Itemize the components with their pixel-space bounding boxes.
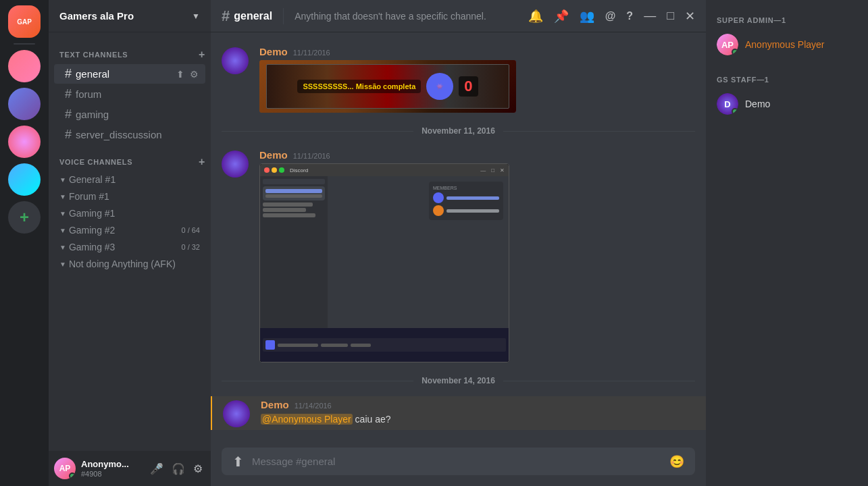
- member-status-indicator: [732, 108, 738, 115]
- message-content: Demo 11/11/2016 SSSSSSSSS... Missão comp…: [259, 46, 695, 113]
- member-name: Anonymous Player: [745, 39, 825, 50]
- hash-icon: #: [222, 7, 230, 25]
- emoji-icon[interactable]: 😊: [667, 449, 687, 475]
- text-channels-section[interactable]: TEXT CHANNELS +: [49, 38, 211, 63]
- status-indicator: [69, 473, 76, 479]
- screenshot-title-bar: Discord —□✕: [260, 164, 509, 176]
- message-content: Demo 11/14/2016 @Anonymous Player caiu a…: [261, 399, 695, 427]
- server-icon-4[interactable]: [8, 163, 41, 196]
- voice-channel-general1[interactable]: ▼ General #1: [54, 171, 205, 188]
- username: Anonymo...: [81, 459, 142, 470]
- minimize-icon[interactable]: —: [644, 9, 656, 23]
- bell-icon[interactable]: 🔔: [528, 9, 543, 24]
- channel-item-server-disscussion[interactable]: # server_disscussion: [54, 125, 205, 144]
- upload-icon[interactable]: ⬆: [175, 68, 186, 81]
- chevron-down-icon: ▼: [192, 11, 200, 21]
- collapse-icon: ▼: [59, 227, 66, 234]
- user-controls: 🎤 🎧 ⚙: [147, 460, 205, 478]
- user-settings-icon[interactable]: ⚙: [190, 460, 205, 478]
- voice-channel-afk[interactable]: ▼ Not doing Anything (AFK): [54, 256, 205, 272]
- message-avatar: [222, 151, 249, 178]
- voice-channel-gaming3[interactable]: ▼ Gaming #3 0 / 32: [54, 239, 205, 255]
- server-header[interactable]: Gamers ala Pro ▼: [49, 0, 211, 32]
- table-row: Demo 11/14/2016 @Anonymous Player caiu a…: [211, 396, 706, 430]
- message-content: Demo 11/11/2016 Discord: [259, 149, 695, 362]
- voice-channel-name: Not doing Anything (AFK): [69, 259, 176, 269]
- collapse-icon: ▼: [59, 210, 66, 217]
- hash-icon: #: [65, 128, 72, 142]
- user-discriminator: #4908: [81, 470, 142, 478]
- microphone-icon[interactable]: 🎤: [147, 460, 166, 478]
- message-body: caiu ae?: [355, 414, 391, 425]
- message-avatar: [223, 400, 250, 427]
- help-icon[interactable]: ?: [626, 10, 633, 22]
- add-voice-channel-button[interactable]: +: [199, 156, 205, 168]
- message-avatar: [222, 47, 249, 74]
- message-timestamp: 11/14/2016: [295, 402, 332, 410]
- message-text: @Anonymous Player caiu ae?: [261, 413, 695, 427]
- members-icon[interactable]: 👥: [580, 9, 594, 24]
- header-divider: [283, 8, 284, 24]
- channel-item-gaming[interactable]: # gaming: [54, 105, 205, 124]
- voice-channels-label: VOICE CHANNELS: [59, 158, 132, 166]
- channel-sidebar: Gamers ala Pro ▼ TEXT CHANNELS + # gener…: [49, 0, 211, 486]
- gs-staff-section-title: GS STAFF—1: [711, 70, 863, 86]
- channel-name: server_disscussion: [76, 129, 162, 140]
- voice-channels-section[interactable]: VOICE CHANNELS +: [49, 145, 211, 171]
- user-panel: AP Anonymo... #4908 🎤 🎧 ⚙: [49, 451, 211, 486]
- message-author[interactable]: Demo: [261, 399, 289, 410]
- server-icon-1[interactable]: [8, 50, 41, 82]
- channel-limit-badge: 0 / 64: [181, 226, 200, 234]
- channel-item-general[interactable]: # general ⬆ ⚙: [54, 64, 205, 84]
- message-author[interactable]: Demo: [259, 149, 288, 161]
- channel-actions: ⬆ ⚙: [175, 68, 200, 81]
- hash-icon: #: [65, 107, 72, 122]
- hash-icon: #: [65, 87, 72, 101]
- server-icon-2[interactable]: [8, 88, 41, 120]
- message-author[interactable]: Demo: [259, 46, 288, 57]
- main-content: # general Anything that doesn't have a s…: [211, 0, 706, 486]
- message-header: Demo 11/11/2016: [259, 149, 695, 161]
- voice-channel-name: General #1: [69, 174, 116, 185]
- date-label: November 11, 2016: [422, 126, 495, 136]
- add-server-button[interactable]: +: [8, 201, 41, 234]
- collapse-icon: ▼: [59, 176, 66, 184]
- member-item-anonymous-player[interactable]: AP Anonymous Player: [711, 30, 863, 59]
- table-row: Demo 11/11/2016 Discord: [211, 146, 706, 365]
- voice-channel-gaming1[interactable]: ▼ Gaming #1: [54, 205, 205, 221]
- headphones-icon[interactable]: 🎧: [169, 460, 188, 478]
- attachment-icon[interactable]: ⬆: [230, 448, 247, 475]
- voice-channel-name: Gaming #2: [69, 225, 115, 236]
- chat-header: # general Anything that doesn't have a s…: [211, 0, 706, 32]
- member-status-indicator: [732, 49, 738, 55]
- user-info: Anonymo... #4908: [81, 459, 142, 478]
- hash-icon: #: [65, 67, 72, 81]
- maximize-icon[interactable]: □: [667, 9, 674, 23]
- pin-icon[interactable]: 📌: [554, 9, 569, 24]
- server-divider: [14, 43, 35, 45]
- messages-area: Demo 11/11/2016 SSSSSSSSS... Missão comp…: [211, 32, 706, 448]
- channel-name: general: [76, 68, 109, 80]
- avatar: AP: [54, 458, 76, 479]
- channel-list: TEXT CHANNELS + # general ⬆ ⚙ # forum # …: [49, 32, 211, 451]
- mention-tag[interactable]: @Anonymous Player: [261, 414, 353, 425]
- mention-icon[interactable]: @: [605, 10, 616, 22]
- voice-channel-name: Gaming #3: [69, 242, 115, 252]
- settings-icon[interactable]: ⚙: [188, 68, 200, 81]
- message-timestamp: 11/11/2016: [293, 49, 330, 57]
- message-input-box: ⬆ 😊: [222, 448, 695, 475]
- voice-channel-forum1[interactable]: ▼ Forum #1: [54, 188, 205, 205]
- close-icon[interactable]: ✕: [685, 9, 695, 24]
- message-input[interactable]: [252, 448, 661, 475]
- voice-channel-gaming2[interactable]: ▼ Gaming #2 0 / 64: [54, 222, 205, 238]
- voice-channel-name: Gaming #1: [69, 208, 115, 219]
- member-avatar: D: [717, 93, 738, 115]
- active-server-icon[interactable]: GAP: [8, 5, 41, 38]
- channel-item-forum[interactable]: # forum: [54, 84, 205, 104]
- collapse-icon: ▼: [59, 193, 66, 200]
- member-item-demo[interactable]: D Demo: [711, 89, 863, 119]
- add-text-channel-button[interactable]: +: [199, 49, 205, 61]
- server-icon-3[interactable]: [8, 126, 41, 158]
- collapse-icon: ▼: [59, 261, 66, 268]
- members-sidebar: SUPER ADMIN—1 AP Anonymous Player GS STA…: [706, 0, 868, 486]
